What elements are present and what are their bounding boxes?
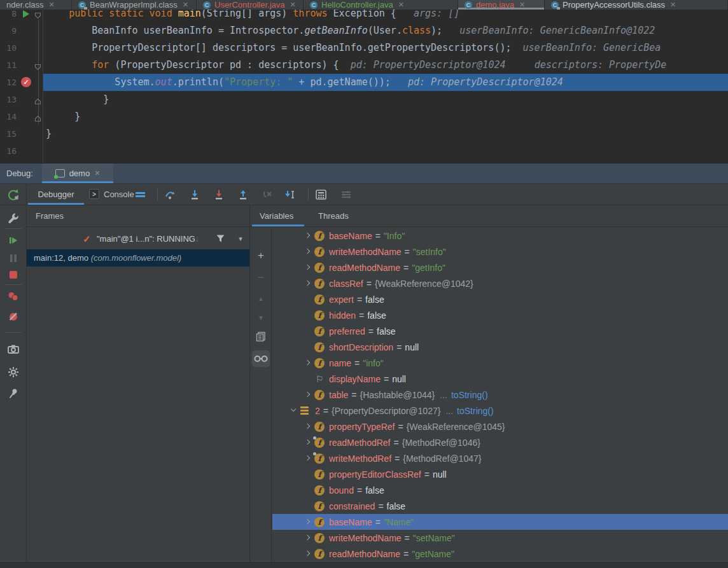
tab-console[interactable]: Console [104,184,134,205]
tree-chevron-icon[interactable] [303,517,312,527]
code-line-11: 11 for (PropertyDescriptor pd : descript… [0,57,728,74]
variable-value: "getName" [412,549,454,559]
variable-row-readMethodRef[interactable]: freadMethodRef={MethodRef@1046} [272,434,728,450]
variable-row-readMethodName[interactable]: freadMethodName="getInfo" [272,260,728,275]
editor-tab-hellocontroller-java[interactable]: CHelloController.java✕ [304,0,458,10]
variable-row-hidden[interactable]: fhidden=false [272,307,728,323]
variable-row-expert[interactable]: fexpert=false [272,291,728,307]
variable-row-table[interactable]: ftable={Hashtable@1044}...toString() [272,387,728,403]
variable-row-writeMethodRef[interactable]: fwriteMethodRef={MethodRef@1047} [272,450,728,466]
settings-gear-icon[interactable] [7,366,20,378]
fold-marker-icon[interactable] [34,62,41,69]
variables-tree[interactable]: fbaseName="Info"fwriteMethodName="setInf… [251,205,728,562]
thread-dropdown-chevron-icon[interactable]: ▾ [234,232,247,245]
variable-value: {PropertyDescriptor@1027} [332,406,440,416]
editor-tab-nder-class[interactable]: nder.class✕ [0,0,72,10]
tab-close-icon[interactable]: ✕ [94,169,100,177]
field-icon: f [314,279,325,289]
divider [0,205,728,205]
run-to-cursor-icon[interactable] [284,188,297,201]
field-icon: f [314,310,325,321]
equals-sign: = [394,438,399,448]
tree-chevron-icon[interactable] [303,438,312,447]
stack-frame-row[interactable]: main:12, demo (com.moonflower.model) [27,249,249,267]
variable-row-writeMethodName[interactable]: fwriteMethodName="setInfo" [272,244,728,260]
step-into-icon[interactable] [188,188,201,201]
thread-dump-camera-icon[interactable] [7,343,20,356]
tree-chevron-icon[interactable] [289,406,298,415]
step-over-icon[interactable] [164,188,177,201]
debug-session-tab[interactable]: demo ✕ [42,163,113,183]
tree-chevron-icon[interactable] [303,390,312,399]
tree-chevron-icon[interactable] [303,358,312,368]
tostring-link[interactable]: toString() [457,406,494,416]
equals-sign: = [351,390,356,400]
fold-marker-icon[interactable] [34,96,41,103]
tab-close-icon[interactable]: ✕ [290,1,296,9]
variable-row-displayName[interactable]: ⚐displayName=null [272,371,728,387]
fold-marker-icon[interactable] [34,10,41,17]
wrench-icon[interactable] [7,212,20,225]
tab-close-icon[interactable]: ✕ [398,1,404,9]
toolbar-menu-icon[interactable] [134,188,146,201]
step-out-icon[interactable] [237,188,249,201]
variable-row-propertyTypeRef[interactable]: fpropertyTypeRef={WeakReference@1045} [272,419,728,434]
variable-row-baseName[interactable]: fbaseName="Info" [272,228,728,244]
mute-breakpoints-icon[interactable] [7,310,20,323]
variable-row-propertyEditorClassRef[interactable]: fpropertyEditorClassRef=null [272,466,728,482]
view-breakpoints-icon[interactable] [7,290,20,303]
class-icon: C [551,1,559,9]
variable-row-name[interactable]: fname="info" [272,355,728,371]
variable-row-bound[interactable]: fbound=false [272,482,728,498]
variable-row-classRef[interactable]: fclassRef={WeakReference@1042} [272,275,728,291]
tab-close-icon[interactable]: ✕ [670,1,676,9]
variable-row-baseName[interactable]: fbaseName="Name" [272,514,728,530]
variable-row-2[interactable]: 2={PropertyDescriptor@1027}...toString() [272,403,728,419]
tree-chevron-icon[interactable] [303,549,312,558]
toolbar-separator [308,188,309,200]
tree-chevron-icon[interactable] [303,247,312,256]
tree-chevron-icon[interactable] [303,231,312,240]
rerun-icon[interactable] [7,188,20,201]
pin-icon[interactable] [7,387,20,400]
tab-close-icon[interactable]: ✕ [519,1,525,9]
field-icon: f [314,549,325,559]
variable-value: {MethodRef@1047} [403,454,481,464]
tree-chevron-spacer [303,469,312,479]
tree-chevron-icon[interactable] [303,422,312,431]
code-area[interactable]: 8 public static void main(String[] args)… [0,0,728,163]
fold-marker-icon[interactable] [34,113,41,120]
editor-tab-propertyaccessorutils-class[interactable]: CPropertyAccessorUtils.class✕ [545,0,728,10]
stop-icon[interactable] [7,268,20,281]
filter-frames-icon[interactable] [214,232,227,245]
tree-chevron-icon[interactable] [303,533,312,543]
line-number: 14 [0,108,17,125]
tree-chevron-icon[interactable] [303,279,312,288]
tree-chevron-icon[interactable] [303,263,312,272]
variable-row-shortDescription[interactable]: fshortDescription=null [272,339,728,355]
bottom-panel-edge [0,562,728,568]
variable-value: "info" [363,358,384,368]
tab-debugger[interactable]: Debugger [28,184,84,205]
tab-close-icon[interactable]: ✕ [49,1,55,9]
variable-row-preferred[interactable]: fpreferred=false [272,323,728,339]
thread-selector[interactable]: ✓ "main"@1 i...n": RUNNING ↑ ↓ ▾ [27,230,249,247]
variables-panel: Variables Threads + − ▲ ▼ fbaseName="Inf… [251,205,728,562]
variable-row-constrained[interactable]: fconstrained=false [272,498,728,514]
editor-tab-usercontroller-java[interactable]: CUserController.java✕ [197,0,304,10]
run-line-icon[interactable] [23,10,29,18]
tab-close-icon[interactable]: ✕ [183,1,188,9]
tostring-link[interactable]: toString() [451,390,488,400]
drop-frame-icon [261,188,274,201]
force-step-into-icon[interactable] [213,188,225,201]
variable-row-writeMethodName[interactable]: fwriteMethodName="setName" [272,530,728,546]
tree-chevron-icon[interactable] [303,454,312,463]
variable-name: readMethodName [329,263,400,273]
variable-row-readMethodName[interactable]: freadMethodName="getName" [272,546,728,562]
breakpoint-icon[interactable]: ✓ [21,77,31,87]
resume-icon[interactable] [7,234,20,247]
variable-name: readMethodName [329,549,400,559]
editor-tab-demo-java[interactable]: Cdemo.java✕ [458,0,545,10]
editor-tab-beanwrapperimpl-class[interactable]: CBeanWrapperImpl.class✕ [72,0,197,10]
evaluate-expression-icon[interactable] [314,188,327,201]
